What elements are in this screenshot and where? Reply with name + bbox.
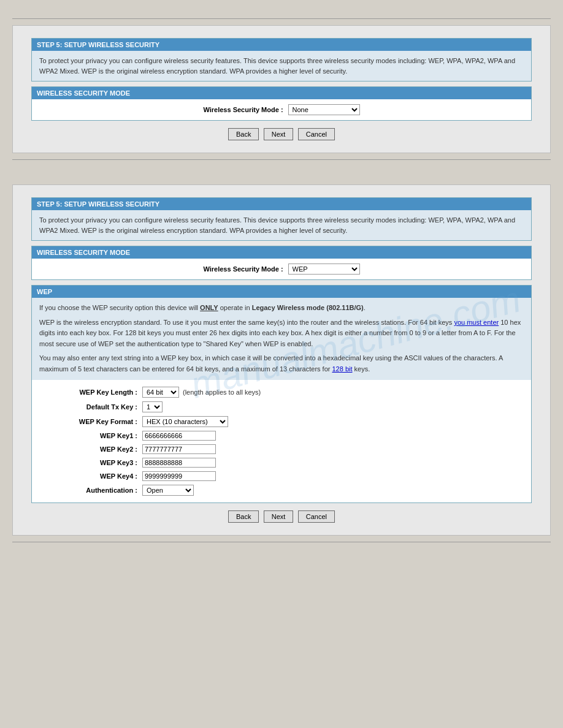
wep-text2: WEP is the wireless encryption standard.… — [39, 317, 524, 350]
wep-key-length-select[interactable]: 64 bit 128 bit — [142, 387, 179, 398]
wep-section: WEP If you choose the WEP security optio… — [31, 285, 532, 503]
wep-key2-input[interactable] — [142, 444, 216, 454]
panel1: STEP 5: SETUP WIRELESS SECURITY To prote… — [12, 25, 551, 153]
panel2-back-button[interactable]: Back — [228, 510, 259, 523]
wep-fields: WEP Key Length : 64 bit 128 bit (length … — [32, 380, 531, 502]
middle-divider — [12, 159, 551, 160]
panel1-button-row: Back Next Cancel — [31, 128, 532, 140]
wep-text1: If you choose the WEP security option th… — [39, 303, 524, 314]
wep-key4-row: WEP Key4 : — [32, 469, 531, 483]
panel1-security-mode-select[interactable]: None WEP WPA WPA2 WPA/WPA2 Mixed — [288, 104, 360, 115]
key-format-select[interactable]: HEX (10 characters) ASCII (5 characters) — [142, 416, 228, 427]
panel2-step-box: STEP 5: SETUP WIRELESS SECURITY To prote… — [31, 197, 532, 241]
top-divider — [12, 18, 551, 19]
wep-key4-label: WEP Key4 : — [44, 472, 142, 480]
panel2-security-mode-label: Wireless Security Mode : — [203, 265, 283, 273]
wep-text3: You may also enter any text string into … — [39, 353, 524, 374]
default-tx-row: Default Tx Key : 1 2 3 4 — [32, 400, 531, 414]
panel1-security-mode-label: Wireless Security Mode : — [203, 106, 283, 113]
auth-label: Authentication : — [44, 487, 142, 494]
wep-64bit-highlight: you must enter — [454, 319, 499, 326]
wep-key3-input[interactable] — [142, 458, 216, 468]
wep-key-length-row: WEP Key Length : 64 bit 128 bit (length … — [32, 385, 531, 400]
auth-select[interactable]: Open Shared Key — [142, 485, 194, 496]
wep-legacy-text: Legacy Wireless mode (802.11B/G) — [252, 304, 364, 311]
panel2-step-header: STEP 5: SETUP WIRELESS SECURITY — [32, 198, 531, 210]
wep-key-length-label: WEP Key Length : — [44, 389, 142, 396]
key-format-row: WEP Key Format : HEX (10 characters) ASC… — [32, 414, 531, 429]
wep-key1-label: WEP Key1 : — [44, 432, 142, 439]
panel1-security-mode-header: WIRELESS SECURITY MODE — [32, 87, 531, 99]
panel1-description: To protect your privacy you can configur… — [32, 51, 531, 81]
key-format-label: WEP Key Format : — [44, 418, 142, 425]
panel1-security-mode-row: Wireless Security Mode : None WEP WPA WP… — [32, 99, 531, 120]
default-tx-label: Default Tx Key : — [44, 403, 142, 411]
bottom-divider — [12, 542, 551, 542]
panel2-security-mode-select[interactable]: None WEP WPA WPA2 WPA/WPA2 Mixed — [288, 264, 360, 275]
spacer — [12, 166, 551, 184]
panel1-step-header: STEP 5: SETUP WIRELESS SECURITY — [32, 39, 531, 51]
wep-key2-row: WEP Key2 : — [32, 442, 531, 456]
wep-128bit-highlight: 128 bit — [332, 365, 353, 373]
wep-key1-row: WEP Key1 : — [32, 429, 531, 442]
wep-body: If you choose the WEP security option th… — [32, 298, 531, 380]
panel2-security-mode-row: Wireless Security Mode : None WEP WPA WP… — [32, 259, 531, 279]
panel1-security-mode-box: WIRELESS SECURITY MODE Wireless Security… — [31, 86, 532, 121]
panel1-back-button[interactable]: Back — [228, 128, 259, 140]
panel2-security-mode-box: WIRELESS SECURITY MODE Wireless Security… — [31, 246, 532, 280]
panel2-cancel-button[interactable]: Cancel — [298, 510, 335, 523]
panel2-button-row: Back Next Cancel — [31, 510, 532, 523]
wep-key1-input[interactable] — [142, 431, 216, 441]
panel1-next-button[interactable]: Next — [264, 128, 294, 140]
panel1-cancel-button[interactable]: Cancel — [298, 128, 335, 140]
wep-key-length-note: (length applies to all keys) — [183, 389, 261, 396]
wep-key3-row: WEP Key3 : — [32, 456, 531, 469]
panel2-next-button[interactable]: Next — [264, 510, 294, 523]
wep-key3-label: WEP Key3 : — [44, 459, 142, 466]
page-wrapper: STEP 5: SETUP WIRELESS SECURITY To prote… — [12, 18, 551, 542]
auth-row: Authentication : Open Shared Key — [32, 483, 531, 498]
default-tx-select[interactable]: 1 2 3 4 — [142, 401, 163, 412]
wep-key4-input[interactable] — [142, 471, 216, 481]
wep-key2-label: WEP Key2 : — [44, 446, 142, 453]
panel1-step-box: STEP 5: SETUP WIRELESS SECURITY To prote… — [31, 38, 532, 82]
wep-only-text: ONLY — [200, 304, 218, 311]
wep-header: WEP — [32, 286, 531, 298]
panel2-security-mode-header: WIRELESS SECURITY MODE — [32, 246, 531, 259]
panel2-description: To protect your privacy you can configur… — [32, 210, 531, 240]
panel2: manualmachine.com STEP 5: SETUP WIRELESS… — [12, 184, 551, 536]
